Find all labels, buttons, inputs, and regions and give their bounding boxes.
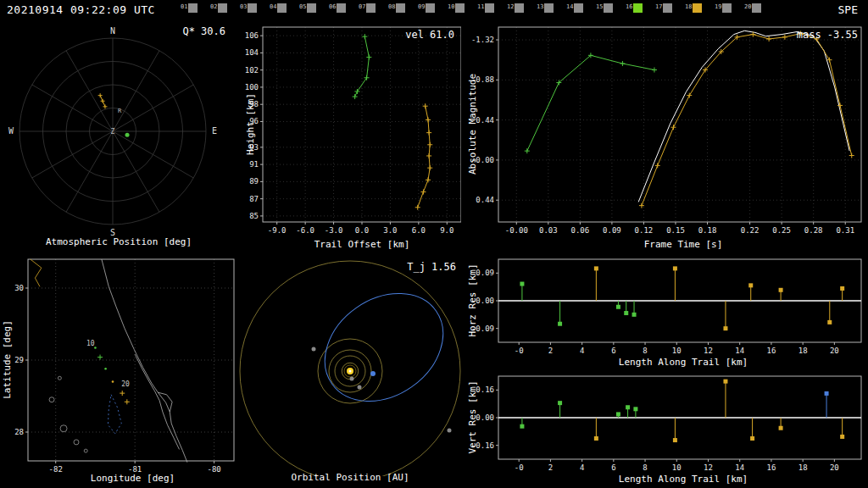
x-tick-label: 0.22 xyxy=(741,226,760,235)
frame-19[interactable]: 19 xyxy=(715,3,732,15)
frame-number: 12 xyxy=(507,3,514,10)
station-2-trail-marker xyxy=(423,103,428,108)
frame-thumbnail[interactable] xyxy=(426,3,435,13)
residual-marker xyxy=(594,266,598,270)
residual-marker xyxy=(673,438,677,442)
second-station-magnitude-marker xyxy=(766,36,771,42)
frame-thumbnail[interactable] xyxy=(663,3,672,13)
trail-offset-ylabel: Height [km] xyxy=(245,93,256,155)
atmospheric-position-panel: NSEWZR Q* 30.6 Atmospheric Position [deg… xyxy=(0,20,237,254)
x-tick-label: -3.0 xyxy=(325,226,343,235)
lake-outline xyxy=(84,449,87,452)
magnitude-xlabel: Frame Time [s] xyxy=(498,239,868,250)
orbital-position-panel: T_j 1.56 Orbital Position [AU] xyxy=(239,254,461,488)
residual-marker xyxy=(594,436,598,441)
planet-dot xyxy=(350,377,354,381)
frame-10[interactable]: 10 xyxy=(448,3,465,15)
atmospheric-trail-marker xyxy=(98,93,103,97)
frame-thumbnail[interactable] xyxy=(277,3,287,13)
x-tick-label: 9.0 xyxy=(440,226,453,235)
residual-marker xyxy=(723,326,727,330)
station-code: SPE xyxy=(838,3,858,16)
residual-marker xyxy=(520,424,524,429)
y-tick-label: 102 xyxy=(245,66,259,75)
frame-15[interactable]: 15 xyxy=(596,3,613,15)
frame-18[interactable]: 18 xyxy=(685,3,702,15)
frame-thumbnail[interactable] xyxy=(248,3,257,13)
frame-number: 20 xyxy=(744,3,751,10)
frame-thumbnail[interactable] xyxy=(188,3,198,13)
frame-number: 11 xyxy=(477,3,484,10)
frame-number: 05 xyxy=(299,3,306,10)
frame-03[interactable]: 03 xyxy=(240,3,257,15)
frame-12[interactable]: 12 xyxy=(507,3,524,15)
residual-marker xyxy=(616,412,620,416)
frame-06[interactable]: 06 xyxy=(329,3,346,15)
station-2-trail-marker xyxy=(427,142,432,147)
polar-spoke xyxy=(113,131,159,212)
frame-thumbnail[interactable] xyxy=(604,3,613,13)
frame-thumbnail[interactable] xyxy=(544,3,554,13)
frame-thumbnail[interactable] xyxy=(307,3,316,13)
x-tick-label: 8 xyxy=(643,347,647,355)
frame-20[interactable]: 20 xyxy=(744,3,761,15)
map-xlabel: Longitude [deg] xyxy=(28,473,237,484)
x-tick-label: 0.15 xyxy=(666,226,685,235)
trajectory-marker xyxy=(97,355,103,360)
frame-thumbnail[interactable] xyxy=(693,3,702,13)
x-tick-label: 6 xyxy=(611,463,615,472)
x-tick-label: -0 xyxy=(515,347,524,355)
residual-marker xyxy=(673,266,677,270)
frame-thumbnail[interactable] xyxy=(722,3,732,13)
frame-14[interactable]: 14 xyxy=(566,3,583,15)
frame-13[interactable]: 13 xyxy=(537,3,554,15)
plot-border xyxy=(263,27,461,222)
frame-thumbnail[interactable] xyxy=(396,3,405,13)
compass-north-label: N xyxy=(110,26,115,36)
frame-thumbnail[interactable] xyxy=(574,3,583,13)
x-tick-label: 6.0 xyxy=(412,226,426,235)
station-2-trail-marker xyxy=(426,153,431,158)
frame-16[interactable]: 16 xyxy=(626,3,643,15)
station-2-trail-marker xyxy=(427,165,432,170)
horz-res-ylabel: Horz Res [km] xyxy=(467,263,478,336)
atlantic-coast xyxy=(102,259,187,463)
frame-02[interactable]: 02 xyxy=(210,3,227,15)
sun-core xyxy=(349,370,352,373)
frame-number: 03 xyxy=(240,3,247,10)
atmospheric-title: Atmospheric Position [deg] xyxy=(0,236,237,247)
residual-marker xyxy=(624,311,628,315)
frame-09[interactable]: 09 xyxy=(418,3,435,15)
trajectory-marker xyxy=(120,391,125,396)
frame-08[interactable]: 08 xyxy=(388,3,405,15)
planet-dot xyxy=(448,429,452,433)
frame-05[interactable]: 05 xyxy=(299,3,316,15)
plot-border xyxy=(498,27,861,222)
trajectory-point xyxy=(112,380,114,383)
frame-17[interactable]: 17 xyxy=(655,3,672,15)
x-tick-label: 6 xyxy=(611,347,615,355)
residual-marker xyxy=(827,320,832,324)
frame-thumbnail[interactable] xyxy=(485,3,494,13)
frame-thumbnail[interactable] xyxy=(515,3,524,13)
x-tick-label: 8 xyxy=(643,463,647,472)
timestamp: 20210914 09:22:09 UTC xyxy=(7,3,155,16)
frame-01[interactable]: 01 xyxy=(181,3,198,15)
x-tick-label: 18 xyxy=(798,463,808,472)
frame-thumbnail[interactable] xyxy=(752,3,761,13)
frame-thumbnail[interactable] xyxy=(633,3,643,13)
x-tick-label: 12 xyxy=(704,463,713,472)
x-tick-label: 0.12 xyxy=(635,226,654,235)
frame-thumbnail[interactable] xyxy=(218,3,227,13)
frame-11[interactable]: 11 xyxy=(477,3,494,15)
frame-thumbnail[interactable] xyxy=(366,3,376,13)
trail-offset-panel: -9.0-6.0-3.00.03.06.09.08587899193969810… xyxy=(239,20,461,254)
frame-thumbnail[interactable] xyxy=(337,3,346,13)
frame-04[interactable]: 04 xyxy=(270,3,287,15)
residual-marker xyxy=(723,380,727,384)
frame-thumbnail[interactable] xyxy=(455,3,465,13)
station-1-trail-marker xyxy=(354,89,359,94)
station-1-trail-line xyxy=(355,36,370,97)
x-tick-label: -0 xyxy=(515,463,524,472)
frame-07[interactable]: 07 xyxy=(359,3,376,15)
